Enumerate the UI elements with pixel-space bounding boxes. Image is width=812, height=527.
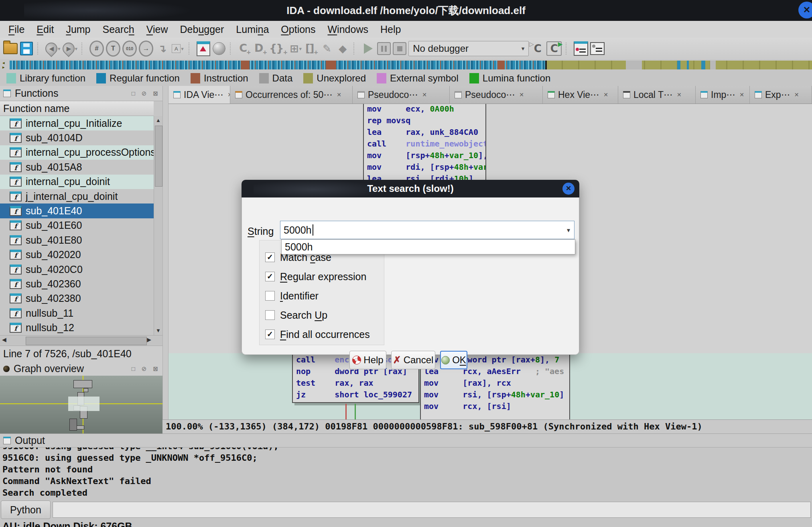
dialog-close-button[interactable]: ✕ bbox=[562, 183, 574, 195]
tab-occurrences-of-50-[interactable]: Occurrences of: 50⋯✕ bbox=[230, 86, 353, 104]
tab-close-icon[interactable]: ✕ bbox=[603, 92, 608, 98]
tab-pseudoco-[interactable]: Pseudoco⋯✕ bbox=[353, 86, 450, 104]
python-cli-input[interactable] bbox=[53, 502, 811, 518]
menu-jump[interactable]: Jump bbox=[60, 24, 96, 35]
jump-to-binary-icon[interactable]: 010 bbox=[122, 41, 137, 56]
checkbox-find-all-occurrences[interactable]: ✓Find all occurrences bbox=[265, 328, 370, 340]
panel-restore-icon[interactable]: □ bbox=[130, 90, 136, 97]
tab-hex-vie-[interactable]: Hex Vie⋯✕ bbox=[543, 86, 618, 104]
tab-close-icon[interactable]: ✕ bbox=[794, 92, 799, 98]
panel-restore-icon[interactable]: □ bbox=[130, 365, 136, 372]
function-row[interactable]: fnullsub_11 bbox=[0, 306, 154, 320]
menu-windows[interactable]: Windows bbox=[322, 24, 374, 35]
checkbox-regular-expression[interactable]: ✓Regular expression bbox=[265, 271, 370, 283]
scroll-up-icon[interactable]: ▲ bbox=[154, 116, 162, 125]
function-row[interactable]: fsub_402380 bbox=[0, 291, 154, 306]
panel-float-icon[interactable]: ⊘ bbox=[140, 365, 148, 372]
chevron-down-icon[interactable]: ▾ bbox=[181, 46, 184, 52]
tab-pseudoco-[interactable]: Pseudoco⋯✕ bbox=[450, 86, 543, 104]
function-row[interactable]: finternal_cpu_processOptions bbox=[0, 145, 154, 160]
combobox-dropdown-icon[interactable]: ▾ bbox=[567, 226, 570, 234]
function-row[interactable]: finternal_cpu_Initialize bbox=[0, 116, 154, 130]
scrollbar-thumb[interactable] bbox=[155, 126, 162, 187]
menu-debugger[interactable]: Debugger bbox=[174, 24, 230, 35]
menu-edit[interactable]: Edit bbox=[30, 24, 60, 35]
checkbox-identifier[interactable]: Identifier bbox=[265, 290, 370, 302]
function-row[interactable]: fnullsub_12 bbox=[0, 320, 154, 335]
run-script-icon[interactable]: ▶C bbox=[546, 41, 562, 56]
create-segment-icon[interactable]: []+ bbox=[304, 41, 318, 56]
menu-search[interactable]: Search bbox=[97, 24, 140, 35]
tab-close-icon[interactable]: ✕ bbox=[422, 92, 427, 98]
create-data-icon[interactable]: D+ bbox=[254, 41, 267, 56]
dialog-title-bar[interactable]: Text search (slow!) ✕ bbox=[242, 180, 579, 197]
jump-to-address-icon[interactable]: # bbox=[89, 41, 104, 56]
jump-to-xref-icon[interactable]: → bbox=[139, 41, 153, 56]
function-row[interactable]: fsub_402020 bbox=[0, 248, 154, 262]
tab-exp-[interactable]: Exp⋯✕ bbox=[750, 86, 812, 104]
function-row[interactable]: fj_internal_cpu_doinit bbox=[0, 189, 154, 203]
watch-list-icon[interactable] bbox=[590, 41, 605, 56]
jump-to-name-icon[interactable]: T bbox=[106, 41, 120, 56]
tab-close-icon[interactable]: ✕ bbox=[677, 92, 682, 98]
function-name-column-header[interactable]: Function name bbox=[0, 101, 154, 116]
menu-lumina[interactable]: Lumina bbox=[230, 24, 275, 35]
scroll-down-icon[interactable]: ▼ bbox=[154, 326, 162, 335]
checkbox-box[interactable]: ✓ bbox=[265, 272, 275, 281]
function-row[interactable]: fsub_402360 bbox=[0, 277, 154, 291]
function-row[interactable]: fsub_401E40 bbox=[0, 203, 154, 218]
function-row[interactable]: fsub_4020C0 bbox=[0, 262, 154, 277]
open-file-icon[interactable] bbox=[3, 41, 18, 56]
checkbox-box[interactable]: ✓ bbox=[265, 330, 275, 339]
graph-overview-header[interactable]: Graph overview □ ⊘ ⊠ bbox=[0, 361, 162, 376]
ok-button[interactable]: OK bbox=[440, 351, 467, 369]
function-row[interactable]: finternal_cpu_doinit bbox=[0, 175, 154, 189]
ascii-string-style-icon[interactable]: A▾ bbox=[171, 41, 185, 56]
debugger-select[interactable]: No debugger▾ bbox=[408, 41, 529, 56]
checkbox-box[interactable] bbox=[265, 310, 275, 320]
output-panel-header[interactable]: Output bbox=[0, 434, 812, 448]
menu-view[interactable]: View bbox=[140, 24, 174, 35]
menu-file[interactable]: File bbox=[2, 24, 30, 35]
navigate-back-icon[interactable]: ◀▾ bbox=[45, 41, 61, 56]
panel-splitter[interactable] bbox=[162, 86, 168, 433]
debugger-pause-icon[interactable] bbox=[377, 41, 391, 56]
navigation-band[interactable]: ◂▸ bbox=[0, 59, 812, 71]
function-list-hscrollbar[interactable]: ◀ ▶ bbox=[0, 335, 162, 346]
menu-help[interactable]: Help bbox=[374, 24, 407, 35]
tab-close-icon[interactable]: ✕ bbox=[227, 92, 230, 98]
undefine-icon[interactable]: ◆ bbox=[336, 41, 349, 56]
panel-float-icon[interactable]: ⊘ bbox=[140, 90, 148, 97]
debugger-stop-icon[interactable] bbox=[393, 41, 406, 56]
create-struct-icon[interactable]: {}+ bbox=[269, 41, 287, 56]
create-function-icon[interactable]: C+ bbox=[238, 41, 252, 56]
python-cli-selector[interactable]: Python bbox=[1, 501, 51, 519]
checkbox-box[interactable]: ✓ bbox=[265, 252, 275, 262]
checkbox-search-up[interactable]: Search Up bbox=[265, 309, 370, 321]
chevron-down-icon[interactable]: ▾ bbox=[58, 46, 61, 52]
panel-close-icon[interactable]: ⊠ bbox=[152, 365, 159, 372]
scrollbar-thumb[interactable] bbox=[26, 337, 147, 345]
menu-options[interactable]: Options bbox=[275, 24, 321, 35]
function-row[interactable]: fsub_40104D bbox=[0, 130, 154, 145]
window-close-button[interactable]: ✕ bbox=[798, 2, 812, 18]
minimap-viewport[interactable] bbox=[68, 397, 99, 411]
dropdown-item[interactable]: 5000h bbox=[282, 240, 575, 254]
tab-close-icon[interactable]: ✕ bbox=[739, 92, 744, 98]
tab-ida-vie-[interactable]: IDA Vie⋯✕ bbox=[168, 86, 230, 104]
function-row[interactable]: fsub_401E80 bbox=[0, 233, 154, 247]
edit-icon[interactable]: ✎ bbox=[320, 41, 334, 56]
search-string-combobox[interactable]: 5000h ▾ bbox=[280, 221, 574, 239]
tab-close-icon[interactable]: ✕ bbox=[519, 92, 524, 98]
output-log[interactable]: 9516C0: using guessed type __int64 sub_9… bbox=[0, 448, 812, 499]
scroll-right-icon[interactable]: ▶ bbox=[147, 336, 151, 343]
lumina-sphere-icon[interactable] bbox=[212, 41, 226, 56]
graph-overview-minimap[interactable] bbox=[0, 376, 162, 433]
jump-down-icon[interactable]: ↴ bbox=[155, 41, 169, 56]
function-row[interactable]: fsub_4015A8 bbox=[0, 160, 154, 174]
disasm-node[interactable]: mov ecx, 0A00hrep movsqlea rax, unk_884C… bbox=[363, 104, 486, 180]
chevron-down-icon[interactable]: ▾ bbox=[75, 46, 78, 52]
functions-panel-header[interactable]: Functions □ ⊘ ⊠ bbox=[0, 86, 162, 101]
breakpoint-list-icon[interactable] bbox=[574, 41, 588, 56]
function-list-vscrollbar[interactable]: ▲ ▼ bbox=[154, 116, 162, 335]
